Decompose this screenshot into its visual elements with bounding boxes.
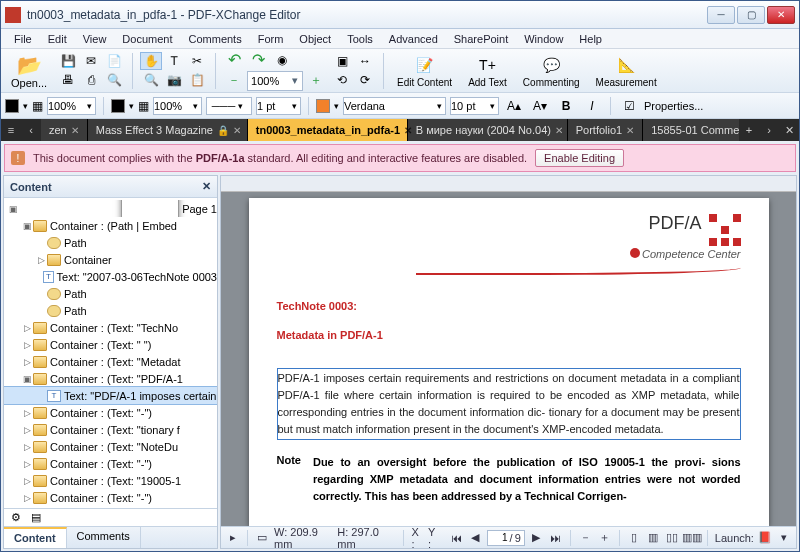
document-tab[interactable]: В мире науки (2004 No.04)✕	[408, 119, 568, 141]
menu-view[interactable]: View	[76, 31, 114, 47]
tree-item[interactable]: Path	[4, 234, 217, 251]
measurement-button[interactable]: 📐 Measurement	[590, 51, 663, 90]
tree-twisty-icon[interactable]: ▷	[22, 459, 33, 469]
tab-list-icon[interactable]: ≡	[1, 119, 21, 141]
tree-twisty-icon[interactable]: ▣	[22, 221, 33, 231]
zoom-in-icon[interactable]: ＋	[305, 72, 327, 90]
chevron-down-icon[interactable]: ▾	[23, 101, 28, 111]
chevron-down-icon[interactable]: ▾	[288, 74, 302, 87]
chevron-down-icon[interactable]: ▾	[129, 101, 134, 111]
undo-icon[interactable]: ↶	[223, 51, 245, 69]
menu-tools[interactable]: Tools	[340, 31, 380, 47]
tree-item[interactable]: ▷Container : (Text: "NoteDu	[4, 438, 217, 455]
first-page-icon[interactable]: ⏮	[449, 531, 464, 545]
tree-twisty-icon[interactable]: ▣	[22, 374, 33, 384]
edit-content-button[interactable]: 📝 Edit Content	[391, 51, 458, 90]
panel-tab-content[interactable]: Content	[4, 527, 67, 548]
home-icon[interactable]: ◉	[271, 51, 293, 69]
close-icon[interactable]: ✕	[404, 125, 412, 136]
tree-item[interactable]: TText: "PDF/A-1 imposes certain	[4, 387, 217, 404]
next-page-icon[interactable]: ▶	[529, 531, 544, 545]
continuous-icon[interactable]: ▥	[646, 531, 661, 545]
rotate-ccw-icon[interactable]: ⟲	[331, 71, 353, 89]
tree-twisty-icon[interactable]: ▷	[22, 442, 33, 452]
tree-twisty-icon[interactable]: ▣	[8, 204, 19, 214]
page-number-field[interactable]: /9	[487, 530, 525, 546]
launch-more-icon[interactable]: ▾	[777, 531, 792, 545]
document-tab[interactable]: Mass Effect 3 Magazine🔒✕	[88, 119, 248, 141]
tab-add-icon[interactable]: +	[739, 119, 759, 141]
zoom-out-icon[interactable]: －	[223, 72, 245, 90]
tree-item[interactable]: ▷Container : (Text: "TechNo	[4, 319, 217, 336]
two-continuous-icon[interactable]: ▥▥	[684, 531, 700, 545]
maximize-button[interactable]: ▢	[737, 6, 765, 24]
options-menu-icon[interactable]: ▸	[225, 531, 240, 545]
grow-font-icon[interactable]: A▴	[503, 97, 525, 115]
tree-twisty-icon[interactable]: ▷	[22, 476, 33, 486]
close-icon[interactable]: ✕	[555, 125, 563, 136]
hand-tool-icon[interactable]: ✋	[140, 52, 162, 70]
fit-width-icon[interactable]: ↔	[354, 52, 376, 70]
menu-comments[interactable]: Comments	[182, 31, 249, 47]
commenting-button[interactable]: 💬 Commenting	[517, 51, 586, 90]
tree-item[interactable]: ▷Container : (Text: "-")	[4, 455, 217, 472]
fill-opacity-combo[interactable]: ▾	[47, 97, 96, 115]
add-text-button[interactable]: T+ Add Text	[462, 51, 513, 90]
zoom-input[interactable]	[248, 75, 288, 87]
stroke-width-combo[interactable]: ▾	[256, 97, 301, 115]
tree-item[interactable]: ▷Container : (Text: " ")	[4, 336, 217, 353]
document-viewport[interactable]: PDF/A Competence Center TechNote 0003:Me…	[221, 192, 796, 526]
font-size-combo[interactable]: ▾	[450, 97, 499, 115]
document-tab[interactable]: Portfolio1✕	[568, 119, 643, 141]
redo-icon[interactable]: ↷	[247, 51, 269, 69]
shrink-font-icon[interactable]: A▾	[529, 97, 551, 115]
tab-close-icon[interactable]: ✕	[779, 119, 799, 141]
close-icon[interactable]: ✕	[233, 125, 241, 136]
expand-icon[interactable]: ▤	[28, 511, 44, 525]
tree-twisty-icon[interactable]: ▷	[22, 493, 33, 503]
menu-form[interactable]: Form	[251, 31, 291, 47]
stroke-color-swatch[interactable]	[111, 99, 125, 113]
open-button[interactable]: 📂 Open...	[5, 51, 53, 91]
tree-item[interactable]: ▣Container : (Text: "PDF/A-1	[4, 370, 217, 387]
prev-page-icon[interactable]: ◀	[468, 531, 483, 545]
chevron-down-icon[interactable]: ▾	[334, 101, 339, 111]
menu-file[interactable]: File	[7, 31, 39, 47]
tree-item[interactable]: ▷Container	[4, 251, 217, 268]
tab-prev-icon[interactable]: ‹	[21, 119, 41, 141]
properties-button[interactable]: Properties...	[644, 100, 703, 112]
launch-app-icon[interactable]: 📕	[758, 531, 773, 545]
tab-next-icon[interactable]: ›	[759, 119, 779, 141]
tree-item[interactable]: ▷Container : (Text: "-")	[4, 404, 217, 421]
bold-icon[interactable]: B	[555, 97, 577, 115]
zoom-combo[interactable]: ▾	[247, 71, 303, 91]
menu-window[interactable]: Window	[517, 31, 570, 47]
close-button[interactable]: ✕	[767, 6, 795, 24]
menu-object[interactable]: Object	[292, 31, 338, 47]
fill-color-swatch[interactable]	[5, 99, 19, 113]
fit-page-icon[interactable]: ▣	[331, 52, 353, 70]
options-icon[interactable]: ⚙	[8, 511, 24, 525]
font-name-combo[interactable]: ▾	[343, 97, 446, 115]
clipboard-icon[interactable]: 📋	[186, 71, 208, 89]
scan-icon[interactable]: ⎙	[80, 71, 102, 89]
tree-twisty-icon[interactable]: ▷	[36, 255, 47, 265]
line-style-combo[interactable]: ───▾	[206, 97, 252, 115]
snapshot-icon[interactable]: ✂	[186, 52, 208, 70]
tree-item[interactable]: Path	[4, 285, 217, 302]
text-color-swatch[interactable]	[316, 99, 330, 113]
close-icon[interactable]: ✕	[71, 125, 79, 136]
single-page-icon[interactable]: ▯	[627, 531, 642, 545]
menu-help[interactable]: Help	[572, 31, 609, 47]
tree-twisty-icon[interactable]: ▷	[22, 323, 33, 333]
menu-document[interactable]: Document	[115, 31, 179, 47]
tree-item[interactable]: ▷Container : (Text: "-")	[4, 489, 217, 506]
document-tab[interactable]: 15855-01 Commercial Grade AHU's✕	[643, 119, 739, 141]
rotate-cw-icon[interactable]: ⟳	[354, 71, 376, 89]
menu-edit[interactable]: Edit	[41, 31, 74, 47]
panel-close-icon[interactable]: ✕	[202, 180, 211, 193]
zoom-tool-icon[interactable]: 🔍	[140, 71, 162, 89]
document-tab[interactable]: tn0003_metadata_in_pdfa-1✕	[248, 119, 408, 141]
enable-editing-button[interactable]: Enable Editing	[535, 149, 624, 167]
tree-item[interactable]: ▣Page 1	[4, 200, 217, 217]
